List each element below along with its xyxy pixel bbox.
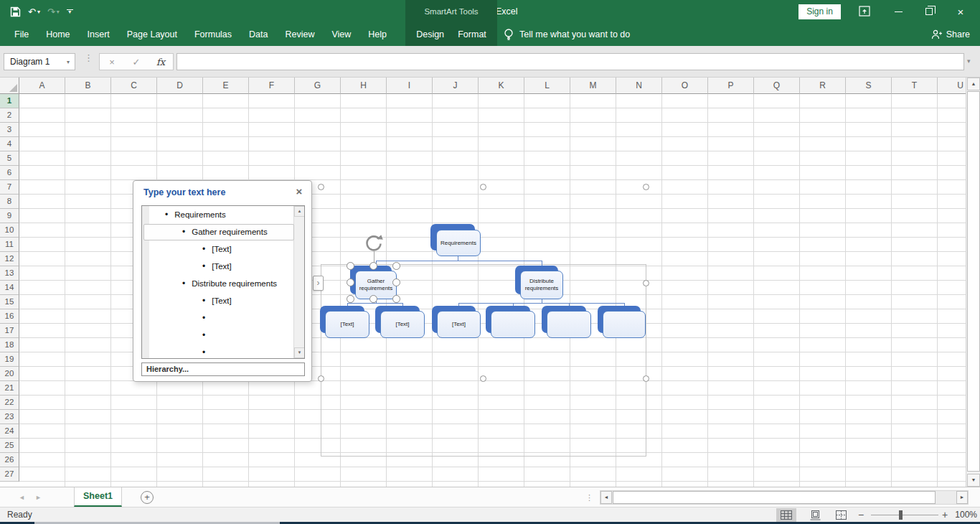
row-header-10[interactable]: 10 <box>0 223 19 238</box>
redo-dropdown-icon[interactable]: ▾ <box>57 9 60 15</box>
tab-insert[interactable]: Insert <box>79 23 118 46</box>
sign-in-button[interactable]: Sign in <box>798 4 841 19</box>
column-header-A[interactable]: A <box>19 78 65 94</box>
scroll-up-icon[interactable]: ▲ <box>967 78 980 90</box>
frame-handle-top-left[interactable] <box>318 184 324 190</box>
column-header-Q[interactable]: Q <box>754 78 800 94</box>
shape-handle-top-center[interactable] <box>369 262 377 270</box>
frame-handle-bottom-center[interactable] <box>480 375 486 382</box>
row-header-12[interactable]: 12 <box>0 252 19 266</box>
normal-view-button[interactable] <box>776 508 796 522</box>
column-header-T[interactable]: T <box>892 78 938 94</box>
save-icon[interactable] <box>10 6 21 17</box>
horizontal-scrollbar[interactable]: ◄ ► <box>600 490 969 505</box>
column-header-H[interactable]: H <box>341 78 387 94</box>
zoom-out-button[interactable]: − <box>858 507 864 522</box>
vertical-scroll-thumb[interactable] <box>967 91 980 472</box>
page-layout-view-button[interactable] <box>805 508 825 522</box>
column-header-S[interactable]: S <box>846 78 892 94</box>
shape-handle-bottom-left[interactable] <box>347 295 354 303</box>
column-header-J[interactable]: J <box>433 78 479 94</box>
frame-handle-top-center[interactable] <box>480 184 486 190</box>
tab-bar-resize-handle[interactable]: ⋮ <box>585 493 593 502</box>
name-box[interactable]: Diagram 1 ▾ <box>4 53 75 70</box>
text-pane-item-8[interactable]: • <box>142 344 293 359</box>
tab-design[interactable]: Design <box>413 23 447 46</box>
add-sheet-button[interactable]: + <box>141 491 154 504</box>
row-header-20[interactable]: 20 <box>0 367 19 381</box>
row-header-16[interactable]: 16 <box>0 309 19 324</box>
rotate-handle-icon[interactable] <box>363 234 385 253</box>
tab-home[interactable]: Home <box>37 23 78 46</box>
zoom-slider-thumb[interactable] <box>899 510 903 520</box>
text-pane-item-4[interactable]: •Distribute requirements <box>142 275 293 292</box>
scroll-down-icon[interactable]: ▼ <box>967 474 980 487</box>
row-header-2[interactable]: 2 <box>0 108 19 123</box>
row-header-9[interactable]: 9 <box>0 209 19 223</box>
row-header-11[interactable]: 11 <box>0 238 19 252</box>
row-header-4[interactable]: 4 <box>0 137 19 151</box>
scroll-left-icon[interactable]: ◄ <box>600 491 612 504</box>
vertical-scrollbar[interactable]: ▲ ▼ <box>966 78 980 487</box>
tab-view[interactable]: View <box>323 23 359 46</box>
sheet-nav-left-icon[interactable]: ◄ <box>19 494 25 501</box>
shape-handle-middle-left[interactable] <box>347 279 354 286</box>
column-header-F[interactable]: F <box>249 78 295 94</box>
page-break-preview-button[interactable] <box>831 508 851 522</box>
diagram-node-text-2[interactable]: [Text] <box>380 311 425 338</box>
tab-page-layout[interactable]: Page Layout <box>118 23 186 46</box>
enter-icon[interactable]: ✓ <box>124 54 149 70</box>
row-header-27[interactable]: 27 <box>0 467 19 482</box>
diagram-node-requirements[interactable]: Requirements <box>436 230 481 256</box>
text-pane-item-0[interactable]: •Requirements <box>142 206 293 223</box>
diagram-node-text-3[interactable]: [Text] <box>437 311 481 338</box>
row-header-18[interactable]: 18 <box>0 338 19 352</box>
row-header-14[interactable]: 14 <box>0 281 19 295</box>
scroll-right-icon[interactable]: ► <box>956 491 968 504</box>
shape-handle-top-left[interactable] <box>347 262 354 270</box>
row-header-5[interactable]: 5 <box>0 151 19 166</box>
horizontal-scroll-thumb[interactable] <box>613 491 936 504</box>
undo-dropdown-icon[interactable]: ▾ <box>37 9 40 15</box>
tab-review[interactable]: Review <box>276 23 323 46</box>
row-header-6[interactable]: 6 <box>0 166 19 180</box>
text-pane-item-2[interactable]: •[Text] <box>142 240 293 258</box>
column-header-D[interactable]: D <box>157 78 203 94</box>
column-header-O[interactable]: O <box>662 78 708 94</box>
row-header-26[interactable]: 26 <box>0 453 19 467</box>
tab-formulas[interactable]: Formulas <box>186 23 240 46</box>
share-button[interactable]: Share <box>930 23 970 46</box>
row-header-23[interactable]: 23 <box>0 410 19 424</box>
row-header-22[interactable]: 22 <box>0 396 19 410</box>
row-header-13[interactable]: 13 <box>0 266 19 281</box>
shape-handle-top-right[interactable] <box>392 262 400 270</box>
row-header-7[interactable]: 7 <box>0 180 19 195</box>
frame-handle-top-right[interactable] <box>643 184 649 190</box>
text-pane-item-6[interactable]: • <box>142 309 293 327</box>
formula-bar-expand-icon[interactable]: ▾ <box>967 57 971 65</box>
select-all-corner[interactable] <box>0 78 19 94</box>
column-header-B[interactable]: B <box>65 78 111 94</box>
sheet-tab-sheet1[interactable]: Sheet1 <box>74 487 122 507</box>
cancel-icon[interactable]: × <box>100 54 124 70</box>
text-pane-item-1[interactable]: •Gather requirements <box>142 223 293 240</box>
text-pane-scrollbar[interactable]: ▲ ▼ <box>293 206 304 358</box>
row-header-21[interactable]: 21 <box>0 381 19 396</box>
row-header-8[interactable]: 8 <box>0 195 19 209</box>
formula-bar-resize-handle[interactable]: ⋮ <box>84 54 91 62</box>
zoom-in-button[interactable]: + <box>942 507 948 522</box>
column-header-L[interactable]: L <box>524 78 570 94</box>
column-header-G[interactable]: G <box>295 78 341 94</box>
diagram-node-text-1[interactable]: [Text] <box>325 311 369 338</box>
text-pane-close-icon[interactable]: × <box>293 185 306 198</box>
zoom-slider-track[interactable] <box>871 515 938 515</box>
column-header-R[interactable]: R <box>800 78 846 94</box>
text-pane-item-5[interactable]: •[Text] <box>142 292 293 309</box>
tab-format[interactable]: Format <box>455 23 489 46</box>
row-header-24[interactable]: 24 <box>0 424 19 439</box>
column-header-U[interactable]: U <box>938 78 966 94</box>
insert-function-icon[interactable]: fx <box>149 54 173 70</box>
tell-me-box[interactable]: Tell me what you want to do <box>504 23 630 46</box>
column-header-K[interactable]: K <box>479 78 524 94</box>
column-header-M[interactable]: M <box>570 78 616 94</box>
